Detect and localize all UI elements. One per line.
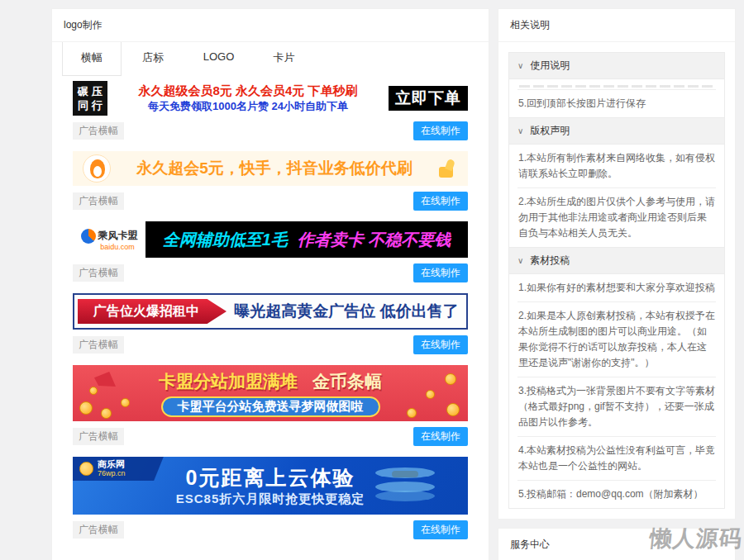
banner-headline-2: 金币条幅 bbox=[312, 372, 382, 391]
swirl-logo-icon bbox=[81, 229, 96, 244]
coin-icon bbox=[89, 387, 98, 395]
accordion-header-copyright[interactable]: ∨ 版权声明 bbox=[509, 118, 724, 145]
banner-kameng[interactable]: 乘风卡盟 baidu.com 全网辅助低至1毛 作者卖卡 不稳不要钱 bbox=[73, 221, 468, 258]
banner-subline: ESC85折六月限时抢更快更稳定 bbox=[176, 491, 365, 507]
sidebar: 相关说明 ∨ 使用说明 5.回到顶部长按图片进行保存 ∨ 版权声明 1.本站所有… bbox=[498, 8, 736, 560]
banner-headline: 永久超会5元，快手，抖音业务低价代刷 bbox=[111, 158, 438, 179]
instruction-item: 2.本站所生成的图片仅供个人参考与使用，请勿用于其他非法用途或者商业用途否则后果… bbox=[517, 187, 716, 247]
banner-headline: 卡盟分站加盟满堆 bbox=[159, 372, 298, 391]
list-item: 广告位火爆招租中 曝光超高黄金广告位 低价出售了 广告横幅 在线制作 bbox=[73, 293, 468, 354]
banner-left-badge: 碾压 同行 bbox=[73, 81, 107, 116]
thumbs-up-icon bbox=[438, 159, 458, 178]
chevron-down-icon: ∨ bbox=[517, 61, 523, 70]
ad-banner-tag: 广告横幅 bbox=[73, 122, 124, 140]
accordion-body-usage: 5.回到顶部长按图片进行保存 bbox=[509, 82, 724, 118]
list-item: 商乐网 76wp.cn 0元距离上云体验 ESC85折六月限时抢更快更稳定 广告… bbox=[73, 457, 468, 539]
banner-list: 碾压 同行 永久超级会员8元 永久会员4元 下单秒刷 每天免费领取1000名片赞… bbox=[52, 76, 489, 539]
accordion-header-submission[interactable]: ∨ 素材投稿 bbox=[509, 248, 724, 274]
banner-headline: 全网辅助低至1毛 bbox=[163, 229, 288, 251]
coin-icon bbox=[79, 462, 93, 476]
online-make-button[interactable]: 在线制作 bbox=[413, 335, 468, 354]
accordion-header-usage[interactable]: ∨ 使用说明 bbox=[509, 53, 724, 79]
accordion-body-copyright: 1.本站所有制作素材来自网络收集，如有侵权请联系站长立即删除。 2.本站所生成的… bbox=[509, 145, 724, 248]
banner-cloud[interactable]: 商乐网 76wp.cn 0元距离上云体验 ESC85折六月限时抢更快更稳定 bbox=[73, 457, 468, 515]
banner-headline: 0元距离上云体验 bbox=[186, 464, 355, 491]
tab-banner[interactable]: 横幅 bbox=[62, 42, 122, 76]
chevron-down-icon: ∨ bbox=[517, 256, 523, 265]
tab-card[interactable]: 卡片 bbox=[255, 42, 313, 73]
related-info-title: 相关说明 bbox=[498, 9, 735, 42]
site-watermark: 懒人源码 bbox=[648, 524, 744, 553]
instruction-item: 4.本站素材投稿为公益性没有利益可言，毕竟本站也是一个公益性的网站。 bbox=[517, 436, 716, 480]
instruction-item: 2.如果是本人原创素材投稿，本站有权授予在本站所生成制图的图片可以商业用途。（如… bbox=[517, 301, 716, 377]
online-make-button[interactable]: 在线制作 bbox=[413, 121, 468, 140]
list-item: 卡盟分站加盟满堆 金币条幅 卡盟平台分站免费送寻梦网做图啦 广告横幅 在线制作 bbox=[73, 365, 468, 446]
accordion-body-submission: 1.如果你有好的素材想要和大家分享欢迎投稿 2.如果是本人原创素材投稿，本站有权… bbox=[509, 274, 724, 508]
instruction-item: 5.回到顶部长按图片进行保存 bbox=[517, 89, 716, 117]
coin-icon bbox=[445, 373, 456, 385]
banner-headline: 永久超级会员8元 永久会员4元 下单秒刷 bbox=[107, 83, 389, 99]
coin-icon bbox=[407, 408, 417, 418]
ad-banner-tag: 广告横幅 bbox=[73, 521, 124, 539]
megaphone-icon bbox=[94, 372, 116, 387]
coin-icon bbox=[121, 398, 130, 407]
coin-icon bbox=[101, 408, 112, 419]
brand-logo: 乘风卡盟 baidu.com bbox=[73, 221, 145, 258]
page-title: logo制作 bbox=[52, 9, 489, 42]
online-make-button[interactable]: 在线制作 bbox=[413, 263, 468, 282]
coin-icon bbox=[426, 390, 435, 399]
cloud-server-illustration bbox=[367, 467, 443, 505]
ad-banner-tag: 广告横幅 bbox=[73, 428, 124, 445]
ad-banner-tag: 广告横幅 bbox=[73, 264, 124, 282]
coin-icon bbox=[79, 401, 93, 415]
banner-member-card[interactable]: 碾压 同行 永久超级会员8元 永久会员4元 下单秒刷 每天免费领取1000名片赞… bbox=[73, 81, 468, 116]
brand-logo: 商乐网 76wp.cn bbox=[79, 460, 126, 477]
tab-bar: 横幅 店标 LOGO 卡片 bbox=[52, 42, 489, 76]
main-panel: logo制作 横幅 店标 LOGO 卡片 碾压 同行 永久超级会员8元 永久会员… bbox=[51, 8, 489, 560]
online-make-button[interactable]: 在线制作 bbox=[413, 192, 468, 211]
banner-subline: 每天免费领取1000名片赞 24小时自助下单 bbox=[107, 99, 389, 114]
banner-ad-space[interactable]: 广告位火爆招租中 曝光超高黄金广告位 低价出售了 bbox=[73, 293, 468, 330]
instruction-item: 1.如果你有好的素材想要和大家分享欢迎投稿 bbox=[517, 274, 716, 301]
list-item: 永久超会5元，快手，抖音业务低价代刷 广告横幅 在线制作 bbox=[73, 151, 468, 211]
related-info-panel: 相关说明 ∨ 使用说明 5.回到顶部长按图片进行保存 ∨ 版权声明 1.本站所有… bbox=[498, 8, 736, 520]
ribbon-label: 广告位火爆招租中 bbox=[78, 299, 227, 324]
list-item: 乘风卡盟 baidu.com 全网辅助低至1毛 作者卖卡 不稳不要钱 广告横幅 … bbox=[73, 221, 468, 282]
penguin-icon bbox=[83, 154, 111, 183]
banner-headline: 曝光超高黄金广告位 低价出售了 bbox=[227, 301, 466, 322]
ad-banner-tag: 广告横幅 bbox=[73, 192, 124, 210]
accordion: ∨ 使用说明 5.回到顶部长按图片进行保存 ∨ 版权声明 1.本站所有制作素材来… bbox=[508, 52, 725, 509]
banner-penguin[interactable]: 永久超会5元，快手，抖音业务低价代刷 bbox=[73, 151, 468, 186]
banner-coins[interactable]: 卡盟分站加盟满堆 金币条幅 卡盟平台分站免费送寻梦网做图啦 bbox=[73, 365, 468, 421]
list-item: 碾压 同行 永久超级会员8元 永久会员4元 下单秒刷 每天免费领取1000名片赞… bbox=[73, 81, 468, 140]
instruction-item: 1.本站所有制作素材来自网络收集，如有侵权请联系站长立即删除。 bbox=[517, 145, 716, 187]
instruction-item: 3.投稿格式为一张背景图片不要有文字等素材（格式最好png，gif暂不支持），还… bbox=[517, 377, 716, 436]
order-now-box: 立即下单 bbox=[389, 86, 468, 111]
ad-banner-tag: 广告横幅 bbox=[73, 336, 124, 354]
banner-subline: 卡盟平台分站免费送寻梦网做图啦 bbox=[161, 396, 380, 417]
chevron-down-icon: ∨ bbox=[517, 126, 523, 135]
clipped-text-row bbox=[519, 82, 714, 89]
instruction-item: 5.投稿邮箱：demo@qq.com（附加素材） bbox=[517, 480, 716, 508]
banner-subline: 作者卖卡 不稳不要钱 bbox=[298, 229, 451, 251]
online-make-button[interactable]: 在线制作 bbox=[413, 427, 468, 446]
tab-shop-logo[interactable]: 店标 bbox=[124, 42, 182, 73]
coin-icon bbox=[446, 403, 460, 416]
tab-logo[interactable]: LOGO bbox=[185, 42, 253, 70]
online-make-button[interactable]: 在线制作 bbox=[413, 520, 468, 539]
